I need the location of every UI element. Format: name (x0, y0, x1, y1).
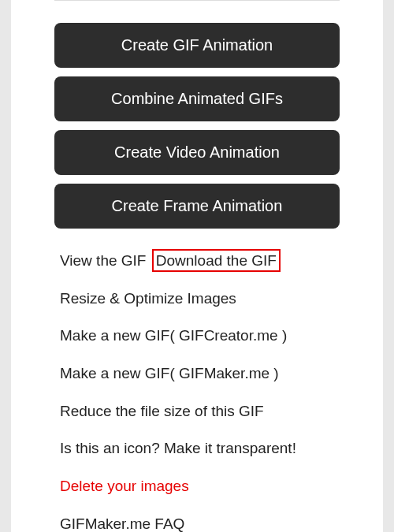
divider (54, 0, 340, 9)
link-row: Is this an icon? Make it transparent! (60, 439, 383, 459)
link-row: Make a new GIF( GIFCreator.me ) (60, 326, 383, 346)
link-row: Reduce the file size of this GIF (60, 402, 383, 422)
action-buttons: Create GIF Animation Combine Animated GI… (11, 23, 383, 229)
link-row: Make a new GIF( GIFMaker.me ) (60, 364, 383, 384)
delete-images-link[interactable]: Delete your images (60, 478, 189, 494)
faq-link[interactable]: GIFMaker.me FAQ (60, 515, 184, 532)
create-frame-animation-button[interactable]: Create Frame Animation (54, 184, 340, 229)
link-row: Delete your images (60, 477, 383, 497)
make-new-gifcreator-link[interactable]: Make a new GIF( GIFCreator.me ) (60, 327, 287, 344)
link-list: View the GIF Download the GIF Resize & O… (11, 237, 383, 532)
download-gif-link[interactable]: Download the GIF (152, 249, 281, 272)
create-video-animation-button[interactable]: Create Video Animation (54, 130, 340, 175)
create-gif-animation-button[interactable]: Create GIF Animation (54, 23, 340, 68)
link-row: Resize & Optimize Images (60, 289, 383, 309)
view-gif-link[interactable]: View the GIF (60, 252, 146, 269)
make-new-gifmaker-link[interactable]: Make a new GIF( GIFMaker.me ) (60, 365, 279, 381)
combine-animated-gifs-button[interactable]: Combine Animated GIFs (54, 76, 340, 121)
make-transparent-link[interactable]: Is this an icon? Make it transparent! (60, 440, 296, 456)
reduce-file-size-link[interactable]: Reduce the file size of this GIF (60, 403, 264, 419)
resize-optimize-link[interactable]: Resize & Optimize Images (60, 290, 236, 307)
link-row: GIFMaker.me FAQ (60, 515, 383, 532)
main-panel: Create GIF Animation Combine Animated GI… (11, 0, 383, 532)
link-row-view-download: View the GIF Download the GIF (60, 251, 383, 271)
